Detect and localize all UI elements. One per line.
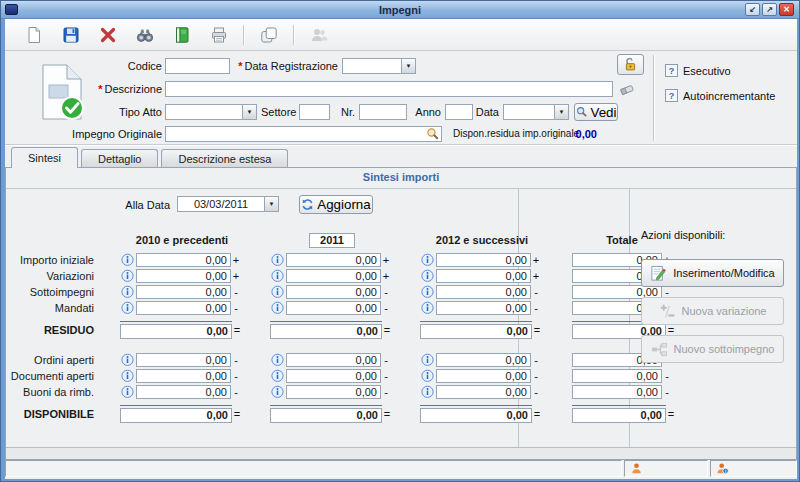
amount-field[interactable]: 0,00 (286, 301, 381, 315)
save-button[interactable] (52, 22, 89, 48)
amount-field[interactable]: 0,00 (136, 269, 231, 283)
vedi-button[interactable]: Vedi (574, 103, 618, 121)
amount-field[interactable]: 0,00 (436, 269, 531, 283)
nr-field[interactable] (359, 104, 407, 120)
operator: - (231, 354, 241, 366)
amount-field[interactable]: 0,00 (136, 285, 231, 299)
minimize-icon[interactable]: ↙ (745, 3, 760, 16)
amount-field[interactable]: 0,00 (286, 285, 381, 299)
amount-field[interactable]: 0,00 (436, 369, 531, 383)
info-icon[interactable] (120, 253, 135, 267)
info-icon[interactable] (270, 385, 285, 399)
lock-button[interactable] (617, 54, 644, 75)
search-button[interactable] (126, 22, 163, 48)
restore-icon[interactable]: ↗ (762, 3, 777, 16)
info-icon[interactable] (120, 369, 135, 383)
green-book-icon (173, 26, 191, 44)
data-registrazione-label: *Data Registrazione (210, 60, 338, 72)
amount-field[interactable]: 0,00 (136, 353, 231, 367)
close-icon[interactable]: ✕ (779, 3, 794, 16)
autoincrementante-checkbox[interactable]: ? (665, 89, 678, 102)
info-icon[interactable] (420, 269, 435, 283)
column-header: 2010 e precedenti (120, 234, 244, 246)
operator: + (531, 270, 541, 282)
amount-field[interactable]: 0,00 (136, 301, 231, 315)
year-box[interactable]: 2011 (309, 233, 355, 248)
amount-field[interactable]: 0,00 (436, 253, 531, 267)
info-icon[interactable] (270, 353, 285, 367)
info-icon[interactable] (420, 385, 435, 399)
tipo-atto-combo[interactable]: ▼ (165, 104, 257, 120)
info-icon[interactable] (120, 385, 135, 399)
nuovo-sottoimpegno-button: Nuovo sottoimpegno (641, 335, 784, 363)
delete-button[interactable] (89, 22, 126, 48)
statusbar: i (5, 460, 797, 477)
print-icon (210, 26, 228, 44)
data-registrazione-combo[interactable]: ▼ (342, 58, 416, 74)
eraser-icon[interactable] (619, 82, 635, 100)
amount-cell: 0,00= (120, 321, 244, 339)
esecutivo-checkbox[interactable]: ? (665, 64, 678, 77)
info-icon[interactable] (420, 301, 435, 315)
amount-field[interactable]: 0,00 (436, 353, 531, 367)
print-button[interactable] (200, 22, 237, 48)
inserimento-modifica-button[interactable]: Inserimento/Modifica (641, 259, 784, 287)
amount-field[interactable]: 0,00 (136, 369, 231, 383)
validate-button[interactable] (163, 22, 200, 48)
info-icon[interactable] (270, 269, 285, 283)
info-icon[interactable] (420, 369, 435, 383)
info-icon[interactable] (420, 285, 435, 299)
amount-cell: 0,00- (120, 353, 244, 367)
info-icon[interactable] (270, 301, 285, 315)
data-combo[interactable]: ▼ (503, 104, 569, 120)
amount-field[interactable]: 0,00 (286, 269, 381, 283)
amount-cell: 0,00- (420, 353, 544, 367)
info-icon[interactable] (270, 369, 285, 383)
row-label: RESIDUO (6, 324, 94, 336)
amount-field[interactable]: 0,00 (436, 385, 531, 399)
table-row: RESIDUO0,00=0,00=0,00=0,00= (6, 320, 518, 340)
operator: = (382, 324, 392, 336)
operator: = (232, 324, 242, 336)
amount-field[interactable]: 0,00 (286, 369, 381, 383)
table-row: Ordini aperti0,00-0,00-0,00-0,00- (6, 352, 518, 368)
magnifier-icon[interactable] (426, 127, 440, 143)
window-content: Codice *Data Registrazione ▼ *Descrizion… (5, 19, 797, 479)
info-icon[interactable] (120, 285, 135, 299)
info-icon[interactable] (270, 253, 285, 267)
new-button[interactable] (15, 22, 52, 48)
amount-field[interactable]: 0,00 (436, 301, 531, 315)
aggiorna-button[interactable]: Aggiorna (299, 195, 373, 214)
titlebar[interactable]: Impegni ↙ ↗ ✕ (1, 1, 799, 19)
info-icon[interactable] (120, 269, 135, 283)
anno-field[interactable] (445, 104, 473, 120)
amount-field[interactable]: 0,00 (436, 285, 531, 299)
amount-field[interactable]: 0,00 (286, 385, 381, 399)
info-icon[interactable] (420, 253, 435, 267)
alla-data-combo[interactable]: 03/03/2011▼ (177, 196, 279, 212)
tab-dettaglio[interactable]: Dettaglio (81, 149, 158, 167)
tab-descrizione-estesa[interactable]: Descrizione estesa (161, 149, 288, 167)
amount-cell: 0,00= (420, 405, 544, 423)
impegno-originale-field[interactable] (165, 126, 442, 142)
amount-field: 0,00 (420, 324, 532, 339)
amount-cell: 0,00= (270, 321, 394, 339)
amount-field[interactable]: 0,00 (286, 253, 381, 267)
info-icon[interactable] (120, 301, 135, 315)
amount-field[interactable]: 0,00 (286, 353, 381, 367)
tab-sintesi[interactable]: Sintesi (11, 147, 78, 168)
delete-icon (99, 26, 117, 44)
magnifier-icon (576, 106, 588, 118)
settore-field[interactable] (299, 104, 330, 120)
amount-field[interactable]: 0,00 (136, 385, 231, 399)
amount-cell: 0,00= (120, 405, 244, 423)
info-icon[interactable] (120, 353, 135, 367)
info-icon[interactable] (270, 285, 285, 299)
chevron-down-icon: ▼ (264, 196, 279, 212)
duplicate-button[interactable] (250, 22, 287, 48)
info-icon[interactable] (420, 353, 435, 367)
amount-field: 0,00 (270, 324, 382, 339)
amount-cell: 0,00- (420, 301, 544, 315)
descrizione-field[interactable] (165, 81, 613, 97)
amount-field[interactable]: 0,00 (136, 253, 231, 267)
